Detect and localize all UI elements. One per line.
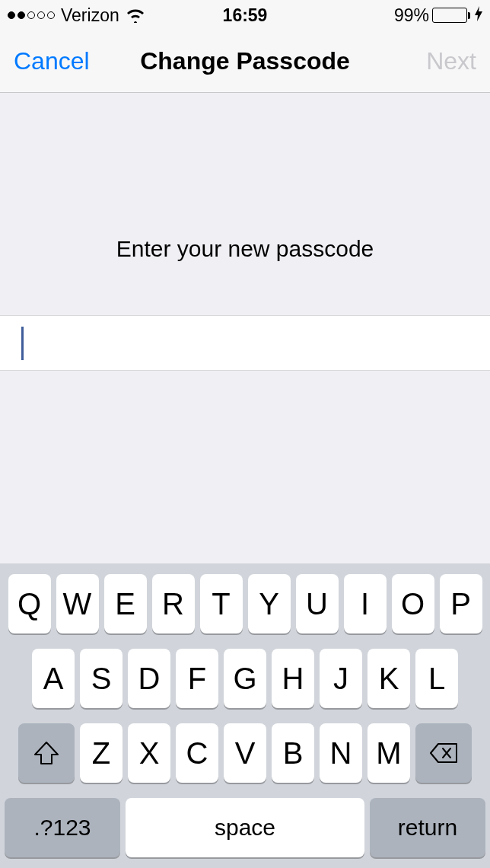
key-w[interactable]: W xyxy=(56,574,99,633)
return-key[interactable]: return xyxy=(370,798,485,857)
key-m[interactable]: M xyxy=(368,723,410,783)
next-button[interactable]: Next xyxy=(426,47,476,75)
key-y[interactable]: Y xyxy=(248,574,291,633)
keyboard-row-bottom: .?123 space return xyxy=(5,798,485,857)
prompt-section: Enter your new passcode xyxy=(0,93,490,316)
clock-label: 16:59 xyxy=(223,5,268,26)
key-k[interactable]: K xyxy=(368,649,410,708)
battery-percentage-label: 99% xyxy=(394,5,429,26)
key-o[interactable]: O xyxy=(392,574,434,633)
prompt-label: Enter your new passcode xyxy=(116,236,374,262)
content-spacer xyxy=(0,371,490,542)
key-j[interactable]: J xyxy=(320,649,362,708)
key-e[interactable]: E xyxy=(104,574,147,633)
cancel-button[interactable]: Cancel xyxy=(14,47,90,75)
keyboard: QWERTYUIOP ASDFGHJKL ZXCVBNM .?123 space… xyxy=(0,563,490,868)
key-x[interactable]: X xyxy=(128,723,170,783)
keyboard-row-2: ASDFGHJKL xyxy=(5,649,485,708)
nav-bar: Cancel Change Passcode Next xyxy=(0,30,490,93)
passcode-input[interactable] xyxy=(0,316,490,371)
signal-strength-icon xyxy=(8,11,55,19)
key-f[interactable]: F xyxy=(176,649,218,708)
key-v[interactable]: V xyxy=(224,723,266,783)
wifi-icon xyxy=(126,8,145,23)
key-p[interactable]: P xyxy=(440,574,482,633)
key-g[interactable]: G xyxy=(224,649,266,708)
keyboard-row-3: ZXCVBNM xyxy=(5,723,485,783)
text-cursor xyxy=(21,327,24,360)
key-s[interactable]: S xyxy=(80,649,123,708)
backspace-key[interactable] xyxy=(415,723,472,783)
status-left: Verizon xyxy=(8,5,145,26)
key-b[interactable]: B xyxy=(272,723,314,783)
key-q[interactable]: Q xyxy=(8,574,51,633)
key-u[interactable]: U xyxy=(296,574,339,633)
battery-icon xyxy=(432,8,470,23)
key-l[interactable]: L xyxy=(415,649,458,708)
content-area: Enter your new passcode xyxy=(0,93,490,542)
key-d[interactable]: D xyxy=(128,649,170,708)
key-a[interactable]: A xyxy=(32,649,75,708)
status-right: 99% xyxy=(394,5,482,26)
key-z[interactable]: Z xyxy=(80,723,123,783)
key-n[interactable]: N xyxy=(320,723,362,783)
key-c[interactable]: C xyxy=(176,723,218,783)
page-title: Change Passcode xyxy=(140,47,350,75)
symbols-key[interactable]: .?123 xyxy=(5,798,120,857)
space-key[interactable]: space xyxy=(126,798,364,857)
key-t[interactable]: T xyxy=(200,574,243,633)
key-r[interactable]: R xyxy=(152,574,195,633)
key-h[interactable]: H xyxy=(272,649,314,708)
key-i[interactable]: I xyxy=(344,574,387,633)
charging-icon xyxy=(475,6,482,25)
keyboard-row-1: QWERTYUIOP xyxy=(5,574,485,633)
carrier-label: Verizon xyxy=(61,5,119,26)
status-bar: Verizon 16:59 99% xyxy=(0,0,490,30)
shift-key[interactable] xyxy=(18,723,75,783)
